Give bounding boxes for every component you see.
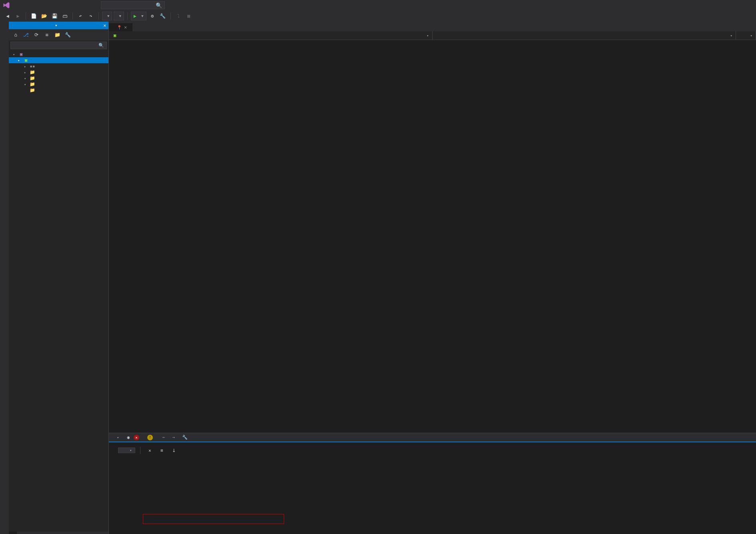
nav-back-icon[interactable]: ◀	[3, 12, 12, 20]
tab-propmgr[interactable]	[25, 532, 33, 534]
menu-edit[interactable]	[20, 4, 26, 6]
step-icon[interactable]: ⤵	[174, 12, 183, 20]
new-icon[interactable]: 📄	[29, 12, 38, 20]
close-icon[interactable]: ✕	[103, 23, 106, 28]
menu-build[interactable]	[46, 4, 51, 6]
chevron-down-icon: ▼	[119, 14, 121, 18]
scope-project[interactable]: ▣▾	[109, 31, 433, 40]
menu-debug[interactable]	[52, 4, 58, 6]
menu-file[interactable]	[14, 4, 19, 6]
play-icon: ▶	[134, 13, 136, 19]
chevron-down-icon: ▾	[750, 34, 752, 38]
menu-git[interactable]	[33, 4, 38, 6]
side-tab-toolbox[interactable]	[0, 38, 9, 43]
editor-area: 📍 ✕ ▣▾ ▾ ▾ ▾ ◉ ✕ ! ← → 🔧	[109, 22, 756, 534]
pin-icon[interactable]: ▾	[55, 23, 58, 28]
menu-help[interactable]	[90, 4, 96, 6]
chevron-down-icon: ▾	[117, 436, 119, 440]
sln-root[interactable]: ▾▣	[9, 51, 108, 57]
search-icon: 🔍	[156, 2, 162, 8]
panel-tabs	[9, 532, 108, 534]
code-content[interactable]	[128, 40, 136, 433]
editor-cfg-icon[interactable]: 🔧	[180, 433, 189, 442]
panel-title: ▾ ✕	[9, 22, 108, 29]
project-node[interactable]: ▾▣	[9, 57, 108, 63]
props-icon[interactable]: 🔧	[63, 30, 72, 39]
open-icon[interactable]: 📂	[40, 12, 48, 20]
saveall-icon[interactable]: 🗃	[60, 12, 69, 20]
refresh-icon[interactable]: ⟳	[32, 30, 41, 39]
side-dock	[0, 22, 9, 534]
menu-project[interactable]	[39, 4, 45, 6]
chevron-down-icon: ▼	[107, 14, 109, 18]
dbg-cfg-icon[interactable]: ⚙	[148, 12, 157, 20]
error-icon[interactable]: ✕	[134, 435, 139, 440]
wrap-icon[interactable]: ≡	[157, 446, 166, 455]
close-icon[interactable]: ✕	[124, 24, 127, 30]
output-source-dropdown[interactable]: ▾	[118, 448, 135, 453]
chevron-down-icon: ▾	[730, 34, 732, 38]
chevron-down-icon: ▾	[130, 448, 132, 452]
scope-empty[interactable]: ▾	[736, 31, 756, 40]
search-icon: 🔍	[98, 43, 104, 48]
launch-button[interactable]: ▶▼	[131, 12, 146, 20]
solution-explorer: ▾ ✕ ⌂ ⎇ ⟳ ≡ 📁 🔧 🔍 ▾▣ ▾▣ ▸▪▪ ▸📁 ▾📁 ▾📁 📁	[9, 22, 109, 534]
side-tab-server[interactable]	[0, 26, 9, 30]
menu-bar: 🔍	[0, 0, 756, 10]
line-numbers	[109, 40, 122, 433]
editor-tab-active[interactable]: 📍 ✕	[109, 23, 132, 31]
editor-tabs: 📍 ✕	[109, 22, 756, 31]
refs-node[interactable]: ▸▪▪	[9, 63, 108, 69]
nav-prev-icon[interactable]: ←	[161, 435, 167, 440]
code-editor[interactable]	[109, 40, 756, 433]
solution-tree: ▾▣ ▾▣ ▸▪▪ ▸📁 ▾📁 ▾📁 📁	[9, 50, 108, 532]
toolbar: ◀ ▶ 📄 📂 💾 🗃 ↶ ↷ ▼ ▼ ▶▼ ⚙ 🔧 ⤵ ■	[0, 10, 756, 22]
menu-view[interactable]	[26, 4, 32, 6]
output-toolbar: ▾ ✕ ≡ ⤓	[109, 445, 756, 456]
menu-tools[interactable]	[71, 4, 77, 6]
panel-toolbar: ⌂ ⎇ ⟳ ≡ 📁 🔧	[9, 29, 108, 40]
menu-analyze[interactable]	[65, 4, 70, 6]
tab-resview[interactable]	[17, 532, 25, 534]
tab-props[interactable]	[33, 532, 41, 534]
showall-icon[interactable]: 📁	[53, 30, 62, 39]
output-panel: ▾ ✕ ≡ ⤓	[109, 442, 756, 534]
extdeps-node[interactable]: ▸📁	[9, 69, 108, 75]
fold-gutter	[122, 40, 128, 433]
home-icon[interactable]: ⌂	[11, 30, 20, 39]
warning-icon[interactable]: !	[147, 435, 153, 440]
menu-window[interactable]	[84, 4, 90, 6]
pin-icon[interactable]: 📍	[117, 25, 122, 30]
vs-logo-icon	[2, 1, 10, 9]
nav-next-icon[interactable]: →	[171, 435, 177, 440]
sources-folder[interactable]: ▾📁	[9, 81, 108, 87]
solution-search[interactable]: 🔍	[10, 42, 107, 49]
collapse-icon[interactable]: ≡	[42, 30, 51, 39]
undo-icon[interactable]: ↶	[76, 12, 85, 20]
global-search[interactable]: 🔍	[101, 1, 165, 9]
editor-status: ▾ ◉ ✕ ! ← → 🔧	[109, 433, 756, 442]
autoscroll-icon[interactable]: ⤓	[169, 446, 178, 455]
stop-icon[interactable]: ■	[184, 12, 193, 20]
dbg-attach-icon[interactable]: 🔧	[158, 12, 167, 20]
scope-bar: ▣▾ ▾ ▾	[109, 31, 756, 40]
scope-func[interactable]: ▾	[433, 31, 736, 40]
resources-folder[interactable]: 📁	[9, 87, 108, 93]
save-icon[interactable]: 💾	[50, 12, 59, 20]
config-dropdown[interactable]: ▼	[102, 12, 112, 20]
menu-extensions[interactable]	[78, 4, 83, 6]
clear-icon[interactable]: ✕	[145, 446, 154, 455]
output-text[interactable]	[109, 456, 756, 534]
headers-folder[interactable]: ▾📁	[9, 75, 108, 81]
chevron-down-icon: ▼	[141, 14, 143, 18]
platform-dropdown[interactable]: ▼	[114, 12, 124, 20]
nav-fwd-icon[interactable]: ▶	[14, 12, 22, 20]
chevron-down-icon: ▾	[427, 34, 429, 38]
redo-icon[interactable]: ↷	[86, 12, 95, 20]
menu-test[interactable]	[58, 4, 64, 6]
branch-icon[interactable]: ⎇	[22, 30, 30, 39]
tab-solexp[interactable]	[9, 532, 17, 534]
